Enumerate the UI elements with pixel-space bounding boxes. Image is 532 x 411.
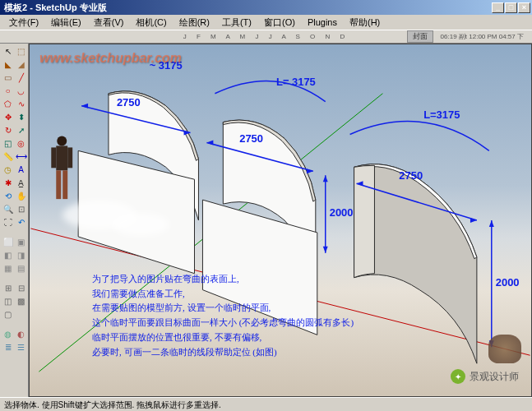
svg-rect-3 <box>62 170 67 199</box>
svg-rect-4 <box>51 147 56 168</box>
svg-marker-21 <box>470 218 477 223</box>
svg-text:这个临时平面要跟目标曲面一样大小 (不必考虑弯曲的圆弧有多长: 这个临时平面要跟目标曲面一样大小 (不必考虑弯曲的圆弧有多长) <box>92 317 354 328</box>
menu-draw[interactable]: 绘图(R) <box>174 16 215 30</box>
layers-icon[interactable]: ≣ <box>2 341 14 353</box>
svg-marker-17 <box>307 169 313 173</box>
scene-tab[interactable]: 封面 <box>407 30 433 43</box>
svg-rect-2 <box>56 170 61 199</box>
pushpull-tool-icon[interactable]: ⬍ <box>15 111 27 123</box>
timeline-times: 06:19 副t 12:00 PM 04:57 下 <box>441 32 524 41</box>
svg-point-0 <box>57 136 67 145</box>
arc-tool-icon[interactable]: ◡ <box>15 85 27 97</box>
style-texture-icon[interactable]: ▩ <box>15 295 27 307</box>
xray-icon[interactable]: ◍ <box>2 328 14 340</box>
titlebar: 模板2 - SketchUp 专业版 _ □ × <box>0 0 532 15</box>
freehand-tool-icon[interactable]: ∿ <box>15 98 27 110</box>
svg-text:在需要贴图的模型前方, 设置一个临时的平面,: 在需要贴图的模型前方, 设置一个临时的平面, <box>92 302 271 312</box>
menu-window[interactable]: 窗口(O) <box>259 16 300 30</box>
statusbar: 选择物体. 使用Shift键扩大选择范围. 拖拽鼠标进行多重选择. <box>0 397 532 411</box>
svg-text:我们需要做点准备工作,: 我们需要做点准备工作, <box>92 289 185 298</box>
menu-edit[interactable]: 编辑(E) <box>46 16 86 30</box>
svg-text:2000: 2000 <box>496 276 520 289</box>
svg-text:必要时, 可画一二条临时的线段帮助定位 (如图): 必要时, 可画一二条临时的线段帮助定位 (如图) <box>92 347 277 358</box>
svg-text:为了把导入的图片贴在弯曲的表面上,: 为了把导入的图片贴在弯曲的表面上, <box>92 274 239 284</box>
text-tool-icon[interactable]: A <box>15 164 27 176</box>
circle-tool-icon[interactable]: ○ <box>2 85 14 97</box>
watermark: www.sketchupbar.com <box>39 51 182 66</box>
rect-tool-icon[interactable]: ▭ <box>2 72 14 84</box>
tape-tool-icon[interactable]: 📏 <box>2 150 14 163</box>
component-tool-icon[interactable]: ⬚ <box>15 45 27 58</box>
scale-figure <box>51 136 72 199</box>
svg-marker-24 <box>323 175 328 182</box>
svg-text:临时平面摆放的位置也很重要, 不要有偏移,: 临时平面摆放的位置也很重要, 不要有偏移, <box>92 332 261 342</box>
back-view-icon[interactable]: ▦ <box>2 262 14 275</box>
timeline-months[interactable]: J F M A M J J A S O N D <box>183 33 349 40</box>
paint-tool-icon[interactable]: ◣ <box>2 58 14 71</box>
svg-marker-16 <box>206 140 213 145</box>
previous-tool-icon[interactable]: ↶ <box>15 216 27 229</box>
pan-tool-icon[interactable]: ✋ <box>15 190 27 202</box>
top-view-icon[interactable]: ▣ <box>15 236 27 248</box>
timeline-bar: J F M A M J J A S O N D 封面 06:19 副t 12:0… <box>0 30 532 44</box>
menu-view[interactable]: 查看(V) <box>89 16 129 30</box>
wechat-icon: ✦ <box>451 369 465 384</box>
left-view-icon[interactable]: ▤ <box>15 262 27 275</box>
orbit-tool-icon[interactable]: ⟲ <box>2 190 14 202</box>
window-controls: _ □ × <box>492 2 530 13</box>
wechat-label: 景观设计师 <box>470 370 519 384</box>
svg-text:2000: 2000 <box>330 206 354 219</box>
polygon-tool-icon[interactable]: ⬠ <box>2 98 14 110</box>
style-wireframe-icon[interactable]: ⊞ <box>2 282 14 294</box>
minimize-button[interactable]: _ <box>492 2 504 13</box>
menu-file[interactable]: 文件(F) <box>4 16 44 30</box>
dimension-tool-icon[interactable]: ⟷ <box>15 150 27 163</box>
svg-text:2750: 2750 <box>399 169 423 182</box>
right-view-icon[interactable]: ◨ <box>15 249 27 261</box>
style-hidden-icon[interactable]: ⊟ <box>15 282 27 294</box>
svg-text:L=3175: L=3175 <box>423 109 460 121</box>
emblem-icon <box>488 335 521 363</box>
eraser-tool-icon[interactable]: ◢ <box>15 58 27 71</box>
maximize-button[interactable]: □ <box>505 2 517 13</box>
scale-tool-icon[interactable]: ◱ <box>2 137 14 150</box>
svg-rect-1 <box>56 145 67 170</box>
extents-tool-icon[interactable]: ⛶ <box>2 216 14 229</box>
toolbar-left: ↖⬚ ◣◢ ▭╱ ○◡ ⬠∿ ✥⬍ ↻➚ ◱◎ 📏⟷ ◷A ✱A̲ ⟲✋ 🔍⊡ … <box>0 44 29 397</box>
section-icon[interactable]: ◐ <box>15 328 27 340</box>
wechat-credit: ✦ 景观设计师 <box>451 369 519 384</box>
3dtext-tool-icon[interactable]: A̲ <box>15 177 27 189</box>
style-shaded-icon[interactable]: ◫ <box>2 295 14 307</box>
style-mono-icon[interactable]: ▢ <box>2 308 14 321</box>
svg-text:L= 3175: L= 3175 <box>276 76 316 88</box>
close-button[interactable]: × <box>518 2 530 13</box>
menubar: 文件(F) 编辑(E) 查看(V) 相机(C) 绘图(R) 工具(T) 窗口(O… <box>0 15 532 30</box>
protractor-tool-icon[interactable]: ◷ <box>2 164 14 176</box>
follow-tool-icon[interactable]: ➚ <box>15 124 27 136</box>
menu-tools[interactable]: 工具(T) <box>217 16 257 30</box>
titlebar-text: 模板2 - SketchUp 专业版 <box>2 2 492 14</box>
svg-marker-28 <box>489 220 494 227</box>
main-area: ↖⬚ ◣◢ ▭╱ ○◡ ⬠∿ ✥⬍ ↻➚ ◱◎ 📏⟷ ◷A ✱A̲ ⟲✋ 🔍⊡ … <box>0 44 532 397</box>
offset-tool-icon[interactable]: ◎ <box>15 137 27 150</box>
svg-text:2750: 2750 <box>117 96 141 109</box>
rotate-tool-icon[interactable]: ↻ <box>2 124 14 136</box>
svg-marker-25 <box>323 247 328 253</box>
menu-plugins[interactable]: Plugins <box>303 16 342 28</box>
zoom-tool-icon[interactable]: 🔍 <box>2 203 14 215</box>
iso-view-icon[interactable]: ⬜ <box>2 236 14 248</box>
move-tool-icon[interactable]: ✥ <box>2 111 14 123</box>
curved-wall-3 <box>354 164 477 364</box>
menu-camera[interactable]: 相机(C) <box>131 16 171 30</box>
svg-text:2750: 2750 <box>239 132 263 145</box>
line-tool-icon[interactable]: ╱ <box>15 72 27 84</box>
zoom-window-tool-icon[interactable]: ⊡ <box>15 203 27 215</box>
svg-rect-5 <box>67 147 72 168</box>
viewport[interactable]: www.sketchupbar.com <box>29 44 532 397</box>
axes-tool-icon[interactable]: ✱ <box>2 177 14 189</box>
outliner-icon[interactable]: ☰ <box>15 341 27 353</box>
front-view-icon[interactable]: ◧ <box>2 249 14 261</box>
menu-help[interactable]: 帮助(H) <box>345 16 385 30</box>
select-tool-icon[interactable]: ↖ <box>2 45 14 58</box>
svg-marker-12 <box>81 104 88 109</box>
